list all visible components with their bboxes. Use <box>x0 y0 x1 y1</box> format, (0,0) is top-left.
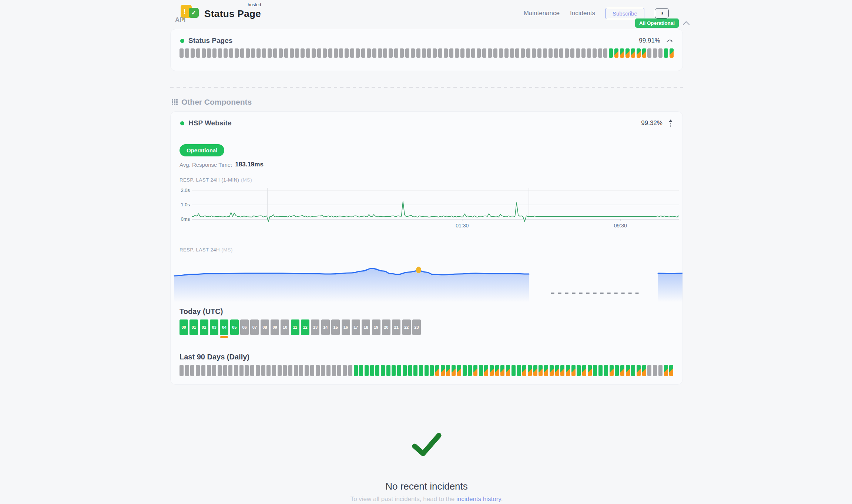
theme-toggle-button[interactable]: ◑ <box>655 8 669 18</box>
uptime-bar[interactable] <box>620 365 624 376</box>
uptime-bar[interactable] <box>207 365 211 376</box>
uptime-bar[interactable] <box>316 365 320 376</box>
uptime-bar[interactable] <box>224 48 228 58</box>
hour-block-17[interactable]: 17 <box>352 319 360 335</box>
uptime-bar[interactable] <box>386 365 390 376</box>
uptime-bar[interactable] <box>180 365 184 376</box>
uptime-bar[interactable] <box>506 365 510 376</box>
uptime-bar[interactable] <box>370 365 374 376</box>
uptime-bar[interactable] <box>449 48 453 58</box>
uptime-bar[interactable] <box>256 365 260 376</box>
hour-block-23[interactable]: 23 <box>412 319 421 335</box>
uptime-bar[interactable] <box>571 365 576 376</box>
uptime-bar[interactable] <box>543 48 547 58</box>
nav-incidents[interactable]: Incidents <box>570 10 595 17</box>
uptime-bar[interactable] <box>664 365 668 376</box>
uptime-bar[interactable] <box>560 365 564 376</box>
uptime-bar[interactable] <box>394 48 398 58</box>
chart-marker-dot[interactable] <box>416 267 421 273</box>
uptime-bar[interactable] <box>631 48 635 58</box>
uptime-bar[interactable] <box>559 48 563 58</box>
uptime-bar[interactable] <box>218 365 222 376</box>
uptime-bar[interactable] <box>522 365 526 376</box>
uptime-bar[interactable] <box>549 48 553 58</box>
uptime-bar[interactable] <box>246 48 250 58</box>
uptime-bar[interactable] <box>185 48 189 58</box>
uptime-bar[interactable] <box>463 365 467 376</box>
uptime-bar[interactable] <box>482 48 486 58</box>
uptime-bar[interactable] <box>245 365 249 376</box>
uptime-bar[interactable] <box>250 365 254 376</box>
uptime-bar[interactable] <box>372 48 376 58</box>
uptime-bar[interactable] <box>598 365 603 376</box>
hour-block-20[interactable]: 20 <box>382 319 390 335</box>
nav-maintenance[interactable]: Maintenance <box>524 10 560 17</box>
uptime-bar[interactable] <box>539 365 543 376</box>
uptime-bar[interactable] <box>615 365 619 376</box>
uptime-bar[interactable] <box>361 48 365 58</box>
hour-block-01[interactable]: 01 <box>189 319 198 335</box>
uptime-bar[interactable] <box>504 48 509 58</box>
uptime-bar[interactable] <box>577 365 581 376</box>
uptime-bar[interactable] <box>207 48 211 58</box>
uptime-bar[interactable] <box>576 48 580 58</box>
uptime-bar[interactable] <box>532 48 536 58</box>
uptime-bar[interactable] <box>510 48 514 58</box>
uptime-bar[interactable] <box>533 365 537 376</box>
uptime-bar[interactable] <box>614 48 618 58</box>
uptime-bar[interactable] <box>283 365 287 376</box>
uptime-bar[interactable] <box>664 48 668 58</box>
hour-block-08[interactable]: 08 <box>261 319 269 335</box>
uptime-bar[interactable] <box>653 365 657 376</box>
uptime-bar[interactable] <box>570 48 574 58</box>
uptime-bar[interactable] <box>228 365 232 376</box>
uptime-bar[interactable] <box>354 365 358 376</box>
uptime-bar[interactable] <box>312 48 316 58</box>
uptime-bar[interactable] <box>537 48 541 58</box>
uptime-bar[interactable] <box>202 48 206 58</box>
uptime-bar[interactable] <box>452 365 456 376</box>
uptime-bar[interactable] <box>610 365 614 376</box>
hour-block-12[interactable]: 12 <box>301 319 309 335</box>
uptime-bar[interactable] <box>582 365 586 376</box>
uptime-bar[interactable] <box>326 365 331 376</box>
uptime-bar[interactable] <box>239 365 244 376</box>
collapse-up-icon[interactable] <box>668 119 673 127</box>
uptime-bar[interactable] <box>295 48 299 58</box>
hour-block-09[interactable]: 09 <box>271 319 279 335</box>
uptime-bar[interactable] <box>521 48 525 58</box>
subscribe-button[interactable]: Subscribe <box>606 8 644 19</box>
hour-block-19[interactable]: 19 <box>372 319 380 335</box>
uptime-bar[interactable] <box>438 48 442 58</box>
uptime-bar[interactable] <box>350 48 354 58</box>
uptime-bar[interactable] <box>658 365 663 376</box>
uptime-bar[interactable] <box>185 365 189 376</box>
uptime-bar[interactable] <box>261 365 265 376</box>
hour-block-11[interactable]: 11 <box>291 319 299 335</box>
component-row-hsp-website[interactable]: HSP Website 99.32% <box>171 112 682 127</box>
hour-block-02[interactable]: 02 <box>200 319 208 335</box>
uptime-bar[interactable] <box>488 48 492 58</box>
uptime-bar[interactable] <box>212 365 216 376</box>
uptime-bar[interactable] <box>273 48 277 58</box>
incidents-history-link[interactable]: incidents history <box>456 495 501 503</box>
uptime-bar[interactable] <box>229 48 233 58</box>
uptime-bar[interactable] <box>235 48 239 58</box>
uptime-bar[interactable] <box>383 48 387 58</box>
uptime-bar[interactable] <box>515 48 519 58</box>
hour-block-14[interactable]: 14 <box>321 319 330 335</box>
uptime-bar[interactable] <box>284 48 288 58</box>
uptime-bar[interactable] <box>528 365 532 376</box>
uptime-bar[interactable] <box>337 365 341 376</box>
uptime-bar[interactable] <box>477 48 481 58</box>
hour-block-05[interactable]: 05 <box>230 319 239 335</box>
uptime-bar[interactable] <box>495 365 499 376</box>
hour-block-00[interactable]: 00 <box>180 319 188 335</box>
uptime-bar[interactable] <box>378 48 382 58</box>
uptime-bar[interactable] <box>356 48 360 58</box>
uptime-bar[interactable] <box>321 365 325 376</box>
refresh-icon[interactable] <box>666 38 673 44</box>
uptime-bar[interactable] <box>550 365 554 376</box>
hour-block-07[interactable]: 07 <box>250 319 259 335</box>
uptime-bar[interactable] <box>455 48 459 58</box>
